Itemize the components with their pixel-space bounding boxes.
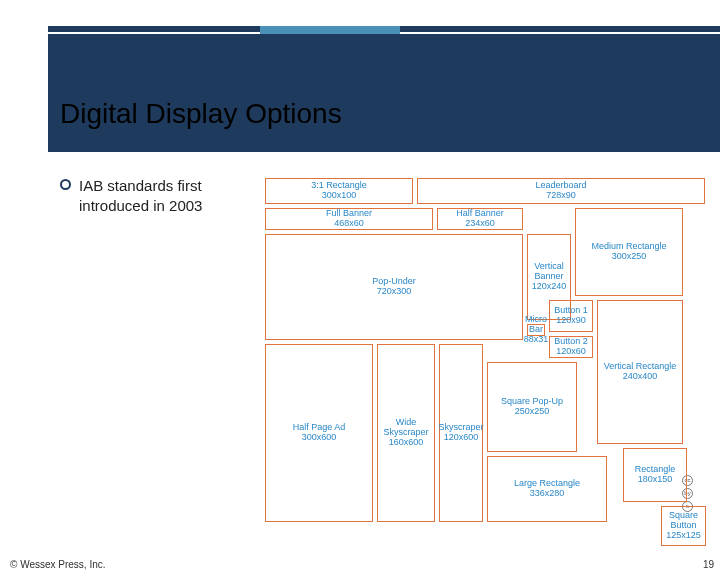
ad-unit-size: 300x600	[302, 433, 337, 443]
slide-title: Digital Display Options	[48, 98, 720, 130]
bullet-text: IAB standards first introduced in 2003	[79, 176, 250, 215]
ad-unit-name: Wide Skyscraper	[378, 418, 434, 438]
ad-unit-box: Large Rectangle336x280	[487, 456, 607, 522]
ad-units-diagram: ccbys 3:1 Rectangle300x100Leaderboard728…	[260, 178, 710, 548]
ad-unit-box: Skyscraper120x600	[439, 344, 483, 522]
ad-unit-size: 336x280	[530, 489, 565, 499]
ad-unit-box: Button 1120x90	[549, 300, 593, 332]
ad-unit-size: 88x31	[524, 335, 549, 345]
ad-unit-box: Half Page Ad300x600	[265, 344, 373, 522]
ad-unit-size: 125x125	[666, 531, 701, 541]
ad-unit-size: 720x300	[377, 287, 412, 297]
ad-unit-size: 160x600	[389, 438, 424, 448]
ad-unit-box: Button 2120x60	[549, 336, 593, 358]
ad-unit-box: Micro Bar88x31	[527, 324, 545, 336]
ad-unit-size: 120x60	[556, 347, 586, 357]
ad-unit-box: 3:1 Rectangle300x100	[265, 178, 413, 204]
slide: Digital Display Options IAB standards fi…	[0, 0, 720, 576]
ad-unit-name: Vertical Banner	[528, 262, 570, 282]
ad-unit-size: 234x60	[465, 219, 495, 229]
ad-unit-box: Square Button125x125	[661, 506, 706, 546]
ad-unit-box: Leaderboard728x90	[417, 178, 705, 204]
title-band	[48, 34, 720, 152]
ad-unit-size: 300x250	[612, 252, 647, 262]
ad-unit-size: 120x240	[532, 282, 567, 292]
ad-unit-box: Vertical Rectangle240x400	[597, 300, 683, 444]
ad-unit-size: 120x600	[444, 433, 479, 443]
ad-unit-box: Rectangle180x150	[623, 448, 687, 502]
ad-unit-box: Half Banner234x60	[437, 208, 523, 230]
bullet-list: IAB standards first introduced in 2003	[60, 176, 250, 215]
ad-unit-size: 240x400	[623, 372, 658, 382]
ad-unit-box: Medium Rectangle300x250	[575, 208, 683, 296]
ad-unit-size: 728x90	[546, 191, 576, 201]
ad-unit-name: Square Button	[662, 511, 705, 531]
page-number: 19	[703, 559, 714, 570]
ad-unit-size: 300x100	[322, 191, 357, 201]
ad-unit-size: 250x250	[515, 407, 550, 417]
ad-unit-size: 180x150	[638, 475, 673, 485]
ad-unit-name: Micro Bar	[525, 315, 547, 335]
ad-unit-size: 120x90	[556, 316, 586, 326]
footer-copyright: © Wessex Press, Inc.	[10, 559, 106, 570]
ad-unit-size: 468x60	[334, 219, 364, 229]
ad-unit-box: Full Banner468x60	[265, 208, 433, 230]
ad-unit-box: Wide Skyscraper160x600	[377, 344, 435, 522]
ad-unit-box: Square Pop-Up250x250	[487, 362, 577, 452]
bullet-item: IAB standards first introduced in 2003	[60, 176, 250, 215]
bullet-circle-icon	[60, 179, 71, 190]
ad-unit-box: Pop-Under720x300	[265, 234, 523, 340]
